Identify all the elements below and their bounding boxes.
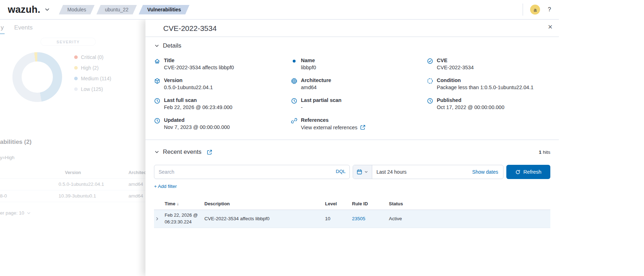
topbar-right-controls: a ? bbox=[523, 4, 559, 16]
details-accordion-toggle[interactable]: Details bbox=[154, 42, 550, 49]
date-picker: Last 24 hours Show dates bbox=[353, 165, 503, 179]
details-section-title: Details bbox=[163, 42, 181, 49]
search-box: DQL bbox=[154, 165, 350, 179]
app-window: wazuh. Modules ubuntu_22 Vulnerabilities… bbox=[0, 0, 559, 276]
detail-label: Last partial scan bbox=[301, 97, 341, 103]
breadcrumb-vulnerabilities[interactable]: Vulnerabilities bbox=[139, 5, 189, 15]
chip-icon bbox=[291, 78, 297, 84]
dashed-circle-icon bbox=[427, 78, 433, 84]
link-icon bbox=[291, 118, 297, 124]
detail-label: Title bbox=[164, 58, 234, 63]
cell-description: CVE-2022-3534 affects libbpf0 bbox=[204, 216, 325, 221]
top-navigation-bar: wazuh. Modules ubuntu_22 Vulnerabilities… bbox=[0, 0, 559, 20]
chevron-down-icon bbox=[154, 43, 160, 49]
column-rule-id: Rule ID bbox=[352, 201, 389, 206]
refresh-button[interactable]: Refresh bbox=[506, 165, 550, 179]
detail-value: Feb 22, 2026 @ 06:23:49.000 bbox=[164, 104, 232, 110]
detail-last-full-scan: Last full scan Feb 22, 2026 @ 06:23:49.0… bbox=[154, 97, 291, 110]
detail-value: CVE-2022-3534 bbox=[437, 65, 474, 70]
dql-language-switcher[interactable]: DQL bbox=[336, 169, 346, 174]
detail-name: Name libbpf0 bbox=[291, 58, 427, 70]
package-icon bbox=[154, 78, 160, 84]
cve-check-icon bbox=[427, 58, 433, 64]
rule-id-link[interactable]: 23505 bbox=[352, 216, 365, 221]
search-input[interactable] bbox=[154, 165, 350, 179]
detail-architecture: Architecture amd64 bbox=[291, 77, 427, 90]
show-dates-button[interactable]: Show dates bbox=[467, 169, 503, 175]
flyout-header-divider bbox=[145, 37, 559, 37]
detail-label: Architecture bbox=[301, 77, 331, 83]
detail-value: Package less than 1:0.5.0-1ubuntu22.04.1 bbox=[437, 85, 533, 90]
recent-events-title: Recent events bbox=[163, 148, 202, 156]
clock-icon bbox=[154, 118, 160, 124]
detail-value: libbpf0 bbox=[301, 65, 316, 70]
detail-cve: CVE CVE-2022-3534 bbox=[427, 58, 550, 70]
detail-label: Name bbox=[301, 58, 316, 63]
calendar-icon bbox=[357, 169, 362, 175]
detail-last-partial-scan: Last partial scan - bbox=[291, 97, 427, 110]
quick-select-button[interactable] bbox=[353, 165, 372, 179]
wazuh-logo: wazuh. bbox=[8, 4, 40, 15]
home-icon bbox=[154, 58, 160, 64]
detail-value: 0.5.0-1ubuntu22.04.1 bbox=[164, 85, 213, 90]
hits-count: 1hits bbox=[539, 150, 550, 155]
hits-label: hits bbox=[543, 150, 550, 155]
detail-label: Published bbox=[437, 97, 504, 103]
references-link[interactable]: View external references bbox=[301, 124, 366, 130]
close-icon[interactable]: × bbox=[546, 22, 555, 32]
detail-label: Last full scan bbox=[164, 97, 232, 103]
row-expand-chevron-right-icon[interactable] bbox=[154, 216, 160, 222]
clock-icon bbox=[291, 98, 297, 104]
breadcrumb-agent[interactable]: ubuntu_22 bbox=[97, 5, 137, 15]
refresh-label: Refresh bbox=[523, 169, 541, 175]
detail-value: Oct 17, 2022 @ 00:00:00.000 bbox=[437, 104, 504, 110]
detail-condition: Condition Package less than 1:0.5.0-1ubu… bbox=[427, 77, 550, 90]
breadcrumb-label: Vulnerabilities bbox=[147, 7, 181, 12]
detail-value: amd64 bbox=[301, 85, 331, 90]
query-bar: DQL Last 24 hours Show dates Refresh bbox=[154, 165, 550, 179]
clock-icon bbox=[427, 98, 433, 104]
chevron-down-icon bbox=[364, 170, 368, 174]
section-divider bbox=[145, 140, 559, 140]
breadcrumb: Modules ubuntu_22 Vulnerabilities bbox=[59, 5, 189, 15]
add-filter-button[interactable]: + Add filter bbox=[154, 184, 177, 189]
detail-title: Title CVE-2022-3534 affects libbpf0 bbox=[154, 58, 291, 70]
breadcrumb-modules[interactable]: Modules bbox=[59, 5, 95, 15]
detail-label: Version bbox=[164, 77, 213, 83]
column-level: Level bbox=[325, 201, 352, 206]
detail-updated: Updated Nov 7, 2023 @ 00:00:00.000 bbox=[154, 117, 291, 130]
chevron-down-icon[interactable] bbox=[154, 149, 160, 155]
inspect-events-icon[interactable] bbox=[207, 149, 213, 155]
detail-label: References bbox=[301, 117, 366, 123]
cell-status: Active bbox=[389, 216, 550, 221]
detail-value: - bbox=[301, 104, 341, 110]
references-link-label: View external references bbox=[301, 125, 357, 130]
app-menu-chevron-down-icon[interactable] bbox=[44, 6, 50, 14]
table-row: Feb 22, 2026 @ 06:23:30.224 CVE-2022-353… bbox=[154, 210, 550, 228]
column-time[interactable]: Time↓ bbox=[165, 201, 204, 206]
detail-references: References View external references bbox=[291, 117, 427, 130]
avatar-initial: a bbox=[534, 7, 536, 13]
user-avatar[interactable]: a bbox=[530, 5, 540, 15]
detail-value: CVE-2022-3534 affects libbpf0 bbox=[164, 65, 234, 70]
events-table-header: Time↓ Description Level Rule ID Status bbox=[154, 198, 550, 210]
time-range-label[interactable]: Last 24 hours bbox=[372, 169, 411, 175]
column-status: Status bbox=[389, 201, 550, 206]
hits-value: 1 bbox=[539, 150, 541, 155]
recent-events-table: Time↓ Description Level Rule ID Status F… bbox=[154, 198, 550, 228]
detail-version: Version 0.5.0-1ubuntu22.04.1 bbox=[154, 77, 291, 90]
clock-icon bbox=[154, 98, 160, 104]
detail-label: Condition bbox=[437, 77, 533, 83]
topbar-divider bbox=[523, 4, 523, 16]
cell-time: Feb 22, 2026 @ 06:23:30.224 bbox=[165, 210, 204, 228]
cve-detail-flyout: CVE-2022-3534 × Details Title CVE-2022-3… bbox=[145, 20, 559, 276]
sort-desc-icon: ↓ bbox=[177, 201, 179, 206]
breadcrumb-label: Modules bbox=[67, 7, 86, 12]
detail-label: Updated bbox=[164, 117, 230, 123]
popout-icon bbox=[360, 124, 366, 130]
dot-icon bbox=[291, 58, 297, 64]
breadcrumb-label: ubuntu_22 bbox=[105, 7, 128, 12]
recent-events-header: Recent events 1hits bbox=[154, 148, 550, 156]
help-icon[interactable]: ? bbox=[546, 6, 553, 13]
refresh-icon bbox=[515, 169, 521, 175]
